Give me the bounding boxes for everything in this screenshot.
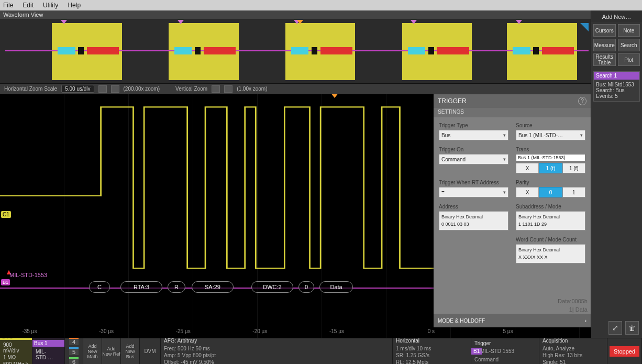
add-bus-button[interactable]: Add New Bus [121,338,140,364]
acquisition-info[interactable]: Acquisition Auto, Analyze High Res: 13 b… [539,338,607,364]
dvm-button[interactable]: DVM [140,338,161,364]
menu-edit[interactable]: Edit [23,2,34,9]
vzoom-dec-button[interactable] [212,85,220,93]
trigger-trans-tooltip: Bus 1 (MIL-STD-1553) [516,154,585,161]
decode-field-sa[interactable]: SA:29 [192,281,234,293]
decode-field-c[interactable]: C [89,281,110,293]
side-panel: Add New… Cursors Note Measure Search Res… [591,10,642,338]
channel1-badge[interactable]: C1 [1,211,11,218]
decode-field-rta[interactable]: RTA:3 [120,281,162,293]
add-new-label: Add New… [591,10,642,22]
trigger-wordcount-label: Word Count / Mode Count [516,237,585,242]
trigger-parity-segmented[interactable]: X 0 1 [516,187,585,197]
decode-dim-data2: 1| Data [569,306,588,313]
hzoom-dec-button[interactable] [98,85,107,93]
hzoom-label: Horizontal Zoom Scale [4,86,57,92]
trigger-type-select[interactable]: Bus [439,130,508,140]
channel1-card[interactable]: Ch 1 900 mV/div 1 MΩ 500 MHz ᵇ [0,338,32,364]
overview-timeline[interactable] [0,20,591,84]
trigger-when-select[interactable]: = [439,187,508,197]
add-ch6-button[interactable]: 6 [69,357,79,364]
results-table-button[interactable]: Results Table [593,53,616,66]
trigger-address-label: Address [439,204,508,209]
hzoom-detail: (200.00x zoom) [124,86,160,92]
run-state[interactable]: Stopped [607,338,642,364]
help-icon[interactable]: ? [578,97,586,105]
zoom-tool-icon[interactable]: ⤢ [608,321,622,335]
hzoom-inc-button[interactable] [111,85,119,93]
trigger-parity-label: Parity [516,180,585,185]
bus1-card[interactable]: Bus 1 MIL-STD-… [32,338,65,364]
bottom-toolbar: Ch 1 900 mV/div 1 MΩ 500 MHz ᵇ Bus 1 MIL… [0,338,642,364]
search-card-line2: Search: Bus [596,87,637,93]
decode-field-dwc[interactable]: DWC:2 [251,281,293,293]
trigger-info[interactable]: Trigger B1 MIL-STD 1553 Command [471,338,539,364]
trigger-panel: TRIGGER ? SETTINGS Trigger Type Bus Sour… [434,94,591,327]
menu-help[interactable]: Help [68,2,81,9]
plot-button[interactable]: Plot [618,53,640,66]
search-card-title: Search 1 [594,72,639,80]
trigger-trans-label: Trans [516,147,585,152]
menubar: File Edit Utility Help [0,0,642,10]
add-math-button[interactable]: Add New Math [83,338,102,364]
trigger-panel-title: TRIGGER [438,97,467,105]
afg-info[interactable]: AFG: Arbitrary Freq: 500 Hz 50 ms Amp: 5… [161,338,393,364]
trigger-when-label: Trigger When RT Address [439,180,508,185]
waveform-display[interactable]: C1 ▲ B1 MIL-STD-1553 C RTA:3 R SA:29 DWC… [0,94,591,338]
trigger-on-select[interactable]: Command [439,154,508,164]
vzoom-detail: (1.00x zoom) [237,86,267,92]
decode-field-parity[interactable]: 0 [298,281,314,293]
trigger-subaddress-label: Subaddress / Mode [516,204,585,209]
horizontal-info[interactable]: Horizontal 1 ms/div 10 ms SR: 1.25 GS/s … [393,338,471,364]
menu-utility[interactable]: Utility [43,2,58,9]
search-result-card[interactable]: Search 1 Bus: MilStd1553 Search: Bus Eve… [593,71,640,102]
cursors-button[interactable]: Cursors [593,24,616,37]
trash-icon[interactable]: 🗑 [625,321,639,335]
waveform-view-title: Waveform View [0,10,591,20]
stopped-badge: Stopped [610,346,639,357]
zoom-toolbar: Horizontal Zoom Scale 5.00 us/div (200.0… [0,84,591,94]
trigger-on-label: Trigger On [439,147,508,152]
add-ch4-button[interactable]: 4 [69,337,79,345]
trigger-mode-holdoff[interactable]: MODE & HOLDOFF› [434,314,591,327]
trigger-settings-header: SETTINGS [434,108,591,117]
chevron-right-icon: › [585,318,586,324]
hzoom-value[interactable]: 5.00 us/div [61,85,94,93]
decode-field-r[interactable]: R [168,281,185,293]
search-button[interactable]: Search [618,39,640,51]
vzoom-inc-button[interactable] [224,85,233,93]
trigger-source-select[interactable]: Bus 1 (MIL-STD-… [516,130,585,140]
trigger-trans-segmented[interactable]: X 1 (t) 1 (f) [516,163,585,173]
menu-file[interactable]: File [3,2,13,9]
measure-button[interactable]: Measure [593,39,616,51]
decode-protocol-label: MIL-STD-1553 [9,272,47,278]
add-ch5-button[interactable]: 5 [69,347,79,355]
trigger-wordcount-value[interactable]: Binary Hex Decimal X XXXX XX X [516,244,585,263]
decode-field-data[interactable]: Data [319,281,353,293]
trigger-address-value[interactable]: Binary Hex Decimal 0 0011 03 03 [439,211,508,230]
overview-cursor[interactable] [580,23,589,31]
time-axis: -35 µs -30 µs -25 µs -20 µs -15 µs 0 s 5… [0,328,591,336]
search-card-line3: Events: 5 [596,93,637,99]
trigger-type-label: Trigger Type [439,123,508,128]
trigger-subaddress-value[interactable]: Binary Hex Decimal 1 1101 1D 29 [516,211,585,230]
vzoom-label: Vertical Zoom [175,86,207,92]
trigger-source-label: Source [516,123,585,128]
search-card-line1: Bus: MilStd1553 [596,82,637,87]
decode-dim-data: Data:0005h [558,298,588,304]
add-ref-button[interactable]: Add New Ref [102,338,121,364]
note-button[interactable]: Note [618,24,640,37]
